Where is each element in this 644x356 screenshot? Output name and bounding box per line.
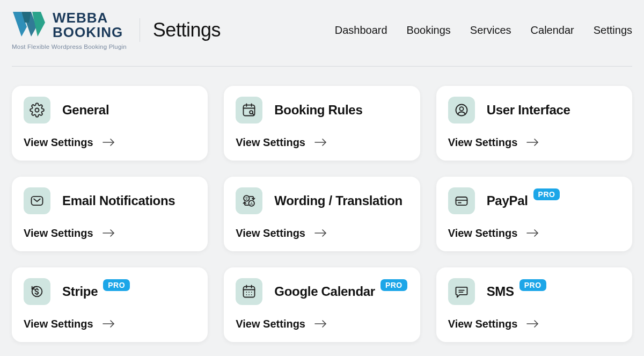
svg-point-0 — [35, 108, 39, 112]
header: WEBBA BOOKING Most Flexible Wordpress Bo… — [12, 11, 632, 50]
message-icon — [448, 278, 475, 305]
view-settings-link[interactable]: View Settings — [236, 136, 408, 149]
view-settings-link[interactable]: View Settings — [236, 318, 408, 330]
gear-icon — [24, 97, 50, 123]
card-title: Email Notifications — [62, 193, 175, 208]
card-email-notifications: Email Notifications View Settings — [12, 177, 208, 251]
view-settings-label: View Settings — [448, 136, 518, 149]
credit-card-icon — [448, 187, 475, 214]
card-user-interface: User Interface View Settings — [436, 86, 632, 161]
arrow-right-icon — [526, 137, 540, 147]
view-settings-link[interactable]: View Settings — [448, 227, 620, 239]
card-general: General View Settings — [12, 86, 208, 161]
pro-badge: PRO — [103, 279, 130, 291]
logo-line1: WEBBA — [53, 11, 123, 25]
nav-calendar[interactable]: Calendar — [531, 24, 574, 37]
svg-line-7 — [253, 113, 254, 115]
arrow-right-icon — [526, 319, 540, 329]
user-icon — [448, 97, 475, 123]
logo-icon — [12, 11, 46, 40]
view-settings-link[interactable]: View Settings — [24, 227, 196, 239]
arrow-right-icon — [102, 319, 116, 329]
mail-icon — [24, 187, 50, 214]
nav-bookings[interactable]: Bookings — [407, 24, 451, 37]
calendar-search-icon — [236, 97, 262, 123]
card-title: General — [62, 103, 109, 118]
pro-badge: PRO — [380, 279, 407, 291]
logo-block: WEBBA BOOKING Most Flexible Wordpress Bo… — [12, 11, 127, 50]
card-title: Booking Rules — [274, 103, 362, 118]
view-settings-label: View Settings — [24, 136, 93, 149]
svg-point-10 — [459, 107, 463, 111]
settings-grid: General View Settings — [12, 86, 632, 342]
card-title: Google Calendar — [274, 284, 375, 299]
view-settings-link[interactable]: View Settings — [448, 136, 620, 149]
logo-text: WEBBA BOOKING — [53, 11, 123, 40]
view-settings-link[interactable]: View Settings — [24, 136, 196, 149]
view-settings-label: View Settings — [236, 318, 305, 330]
card-booking-rules: Booking Rules View Settings — [224, 86, 420, 161]
arrow-right-icon — [526, 228, 540, 238]
view-settings-label: View Settings — [236, 227, 305, 239]
nav-dashboard[interactable]: Dashboard — [335, 24, 387, 37]
view-settings-link[interactable]: View Settings — [448, 318, 620, 330]
page-title: Settings — [153, 19, 221, 41]
view-settings-label: View Settings — [236, 136, 305, 149]
pro-badge: PRO — [519, 279, 546, 291]
view-settings-label: View Settings — [448, 227, 518, 239]
arrow-right-icon — [314, 137, 328, 147]
arrow-right-icon — [102, 228, 116, 238]
arrow-right-icon — [314, 319, 328, 329]
tagline: Most Flexible Wordpress Booking Plugin — [12, 43, 127, 50]
translate-icon: 文 A — [236, 187, 262, 214]
card-paypal: PayPal PRO View Settings — [436, 177, 632, 251]
header-left: WEBBA BOOKING Most Flexible Wordpress Bo… — [12, 11, 221, 50]
horizontal-divider — [12, 66, 632, 67]
calendar-icon — [236, 278, 262, 305]
card-title: User Interface — [487, 103, 570, 118]
card-wording-translation: 文 A Wording / Translation View Settings — [224, 177, 420, 251]
arrow-right-icon — [102, 137, 116, 147]
svg-rect-19 — [456, 197, 467, 205]
card-stripe: Stripe PRO View Settings — [12, 267, 208, 342]
view-settings-link[interactable]: View Settings — [236, 227, 408, 239]
card-title: Wording / Translation — [274, 193, 402, 208]
nav-services[interactable]: Services — [470, 24, 511, 37]
dollar-refund-icon — [24, 278, 50, 305]
vertical-divider — [140, 18, 140, 42]
card-title: PayPal — [487, 193, 528, 208]
svg-text:A: A — [251, 201, 253, 205]
view-settings-label: View Settings — [24, 318, 93, 330]
logo-line2: BOOKING — [53, 25, 123, 40]
card-sms: SMS PRO View Settings — [436, 267, 632, 342]
card-title: Stripe — [62, 284, 98, 299]
svg-text:文: 文 — [245, 197, 248, 200]
top-nav: Dashboard Bookings Services Calendar Set… — [335, 24, 632, 37]
view-settings-link[interactable]: View Settings — [24, 318, 196, 330]
card-title: SMS — [487, 284, 514, 299]
nav-settings[interactable]: Settings — [594, 24, 632, 37]
card-google-calendar: Google Calendar PRO View Settings — [224, 267, 420, 342]
view-settings-label: View Settings — [448, 318, 518, 330]
view-settings-label: View Settings — [24, 227, 93, 239]
logo-row: WEBBA BOOKING — [12, 11, 127, 40]
arrow-right-icon — [314, 228, 328, 238]
pro-badge: PRO — [533, 188, 560, 200]
